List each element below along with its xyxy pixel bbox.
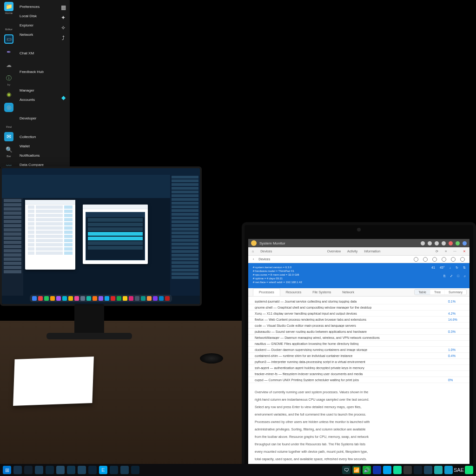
start-left-item[interactable]: ▭ (1, 34, 17, 44)
dock-app-icon[interactable] (80, 296, 85, 301)
titlebar-button-icon[interactable] (456, 241, 460, 245)
tray9-icon[interactable] (424, 466, 432, 474)
dock-app-icon[interactable] (68, 296, 73, 301)
menu-icon[interactable]: ≡ (445, 250, 447, 253)
app5-icon[interactable] (56, 466, 65, 474)
app8-icon[interactable] (88, 466, 97, 474)
process-row[interactable]: tracker-miner-fs — filesystem indexer sc… (248, 371, 469, 377)
process-row[interactable]: code — Visual Studio Code editor main pr… (248, 323, 469, 329)
start-app-item[interactable]: Wallet (19, 141, 55, 151)
titlebar-button-icon[interactable] (442, 241, 446, 245)
start-app-item[interactable]: Feedback Hub (19, 67, 55, 76)
process-row[interactable]: NetworkManager — Daemon managing wired, … (248, 335, 469, 341)
help-icon[interactable] (451, 257, 456, 262)
process-row[interactable]: systemd-journald — Journal service colle… (248, 298, 469, 304)
nested-window-preview[interactable] (83, 205, 148, 264)
segment-tree[interactable]: Tree (430, 290, 444, 295)
more-icon[interactable]: ⋯ (453, 250, 456, 253)
app4-icon[interactable] (46, 466, 54, 474)
app2-icon[interactable] (24, 466, 33, 474)
dock-app-icon[interactable] (147, 296, 152, 301)
process-row[interactable]: gnome-shell — Graphical shell and compos… (248, 304, 469, 311)
toolbar-item[interactable]: Overview (327, 250, 341, 253)
process-row[interactable]: Xorg — X11 display server handling graph… (248, 311, 469, 317)
view-icon[interactable] (414, 257, 418, 262)
start-app-item[interactable]: Network (19, 30, 55, 39)
start-app-item[interactable]: Collection (19, 132, 55, 141)
process-row[interactable]: dockerd — Docker daemon supervising runn… (248, 347, 469, 353)
start-icon[interactable]: ⊞ (3, 466, 11, 474)
start-app-item[interactable] (19, 104, 55, 113)
share-icon[interactable]: ⤴ (60, 34, 67, 42)
tray8-icon[interactable] (414, 466, 422, 474)
start-app-item[interactable] (19, 123, 55, 132)
dock-app-icon[interactable] (141, 296, 145, 301)
tray4-icon[interactable] (373, 466, 381, 474)
home-icon[interactable]: ⌂ (252, 250, 254, 253)
app9-icon[interactable]: E (99, 466, 107, 474)
segment-summary[interactable]: Summary (445, 290, 466, 295)
tab-resources[interactable]: Resources (280, 288, 307, 296)
start-app-item[interactable]: Local Disk (19, 11, 55, 20)
app11-icon[interactable] (120, 466, 129, 474)
start-left-item[interactable]: Find (1, 116, 17, 128)
tray6-icon[interactable] (393, 466, 402, 474)
titlebar-button-icon[interactable] (428, 241, 432, 245)
app1-icon[interactable] (13, 466, 22, 474)
dock-app-icon[interactable] (123, 296, 127, 301)
start-left-item[interactable]: 🔍Bar (1, 145, 17, 158)
process-row[interactable]: python3 — interpreter running data-proce… (248, 359, 469, 365)
start-app-item[interactable] (19, 58, 55, 67)
dock-app-icon[interactable] (44, 296, 49, 301)
segment-table[interactable]: Table (415, 290, 430, 295)
start-app-item[interactable]: Chat XM (19, 48, 55, 58)
nested-window-files[interactable] (25, 200, 75, 270)
search-icon[interactable]: ⌕ (464, 274, 466, 278)
tab-filesystems[interactable]: File Systems (307, 288, 337, 296)
dock-app-icon[interactable] (74, 296, 79, 301)
toolbar-breadcrumb[interactable]: Devices (260, 250, 272, 253)
start-left-item[interactable]: ✒ (1, 47, 17, 57)
dock-app-icon[interactable] (99, 296, 103, 301)
dock-app-icon[interactable] (50, 296, 55, 301)
app3-icon[interactable] (35, 466, 43, 474)
process-row[interactable]: ssh-agent — authentication agent holding… (248, 365, 469, 371)
toolbar-item[interactable]: Information (364, 250, 380, 253)
dock-app-icon[interactable] (165, 296, 170, 301)
start-app-item[interactable]: Preferences (19, 2, 55, 11)
settings-icon[interactable] (460, 257, 465, 262)
tab-network[interactable]: Network (337, 288, 360, 296)
app6-icon[interactable] (67, 466, 75, 474)
dock-app-icon[interactable] (86, 296, 91, 301)
start-app-item[interactable] (19, 39, 55, 48)
start-left-item[interactable]: ✉ (1, 132, 17, 141)
tray-text[interactable]: SAE (455, 466, 463, 474)
monitor-dock[interactable] (30, 295, 172, 302)
start-left-item[interactable]: ◎ (1, 103, 17, 112)
sort-icon[interactable] (423, 257, 428, 262)
dock-app-icon[interactable] (38, 296, 43, 301)
app10-icon[interactable] (110, 466, 118, 474)
dock-app-icon[interactable] (111, 296, 115, 301)
filter-icon[interactable] (432, 257, 437, 262)
download-icon[interactable]: ↓ (450, 266, 451, 270)
tools-icon[interactable]: ✧ (60, 24, 67, 32)
dock-app-icon[interactable] (32, 296, 37, 301)
start-left-item[interactable]: ☁ (1, 60, 17, 70)
start-app-item[interactable]: Developer (19, 113, 55, 123)
dock-app-icon[interactable] (56, 296, 61, 301)
dock-app-icon[interactable] (93, 296, 97, 301)
start-app-item[interactable]: Manager (19, 86, 55, 95)
refresh-icon[interactable]: ↻ (456, 266, 458, 270)
process-row[interactable]: firefox — Web Content process rendering … (248, 317, 469, 323)
tray5-icon[interactable] (383, 466, 391, 474)
dock-app-icon[interactable] (135, 296, 139, 301)
transfer-icon[interactable]: ⇅ (463, 266, 466, 270)
dock-app-icon[interactable] (129, 296, 133, 301)
refresh-icon[interactable]: ⟳ (436, 250, 438, 253)
process-row[interactable]: nautilus — GNOME Files application brows… (248, 341, 469, 347)
app7-icon[interactable] (78, 466, 86, 474)
back-icon[interactable]: ‹ (253, 258, 254, 261)
dock-app-icon[interactable] (153, 296, 158, 301)
window-icon[interactable]: □ (457, 274, 459, 278)
